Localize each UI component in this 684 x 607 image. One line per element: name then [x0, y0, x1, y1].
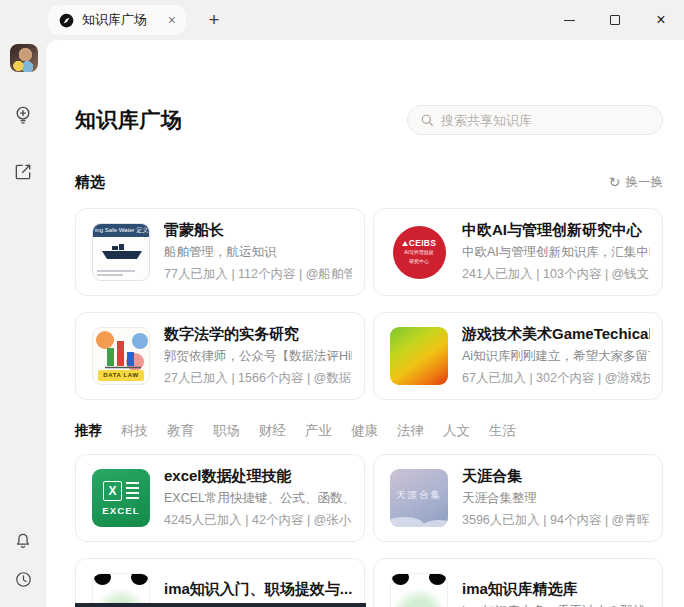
- close-button[interactable]: ×: [638, 0, 684, 40]
- refresh-button[interactable]: ↻ 换一换: [609, 174, 663, 191]
- compass-icon: [59, 13, 74, 28]
- titlebar: 知识库广场 × + ×: [0, 0, 684, 40]
- tab-knowledge-plaza[interactable]: 知识库广场 ×: [48, 5, 186, 35]
- tab-education[interactable]: 教育: [167, 422, 194, 440]
- kb-card-datalaw[interactable]: DATA LAW 数字法学的实务研究 郭贺依律师，公众号【数据法评Hik... …: [75, 312, 365, 400]
- avatar[interactable]: [10, 44, 38, 72]
- refresh-icon: ↻: [609, 175, 621, 189]
- kb-card-gametech[interactable]: 游戏技术美术GameTechical... Ai知识库刚刚建立，希望大家多留言.…: [373, 312, 663, 400]
- card-text: 数字法学的实务研究 郭贺依律师，公众号【数据法评Hik... 27人已加入 | …: [164, 325, 352, 387]
- tab-law[interactable]: 法律: [397, 422, 424, 440]
- panda-thumbnail: [92, 573, 150, 607]
- maximize-button[interactable]: [592, 0, 638, 40]
- compose-icon[interactable]: [12, 161, 34, 183]
- new-tab-button[interactable]: +: [203, 9, 225, 31]
- chart-splash-icon: [93, 329, 150, 373]
- featured-label: 精选: [75, 173, 105, 192]
- kb-card-ima-selection[interactable]: ima知识库精选库 ima知识库太多，看不过来？那就来"...: [373, 558, 663, 607]
- card-title: 数字法学的实务研究: [164, 325, 352, 344]
- kb-card-captain[interactable]: ing Safe Water 定义安 雷蒙船长 船舶管理，航运知识 77人已加入…: [75, 208, 365, 296]
- kb-card-ceibs[interactable]: CEIBS AI与管理创新 研究中心 中欧AI与管理创新研究中心 中欧AI与管理…: [373, 208, 663, 296]
- maximize-icon: [610, 15, 620, 25]
- ceibs-logo: CEIBS AI与管理创新 研究中心: [393, 226, 446, 279]
- card-meta: 4245人已加入 | 42个内容 | @张小勇: [164, 512, 352, 529]
- tab-recommended[interactable]: 推荐: [75, 422, 102, 440]
- refresh-label: 换一换: [626, 174, 664, 191]
- search-input[interactable]: [441, 113, 652, 128]
- ceibs-subline: AI与管理创新: [404, 249, 433, 256]
- card-text: ima知识库精选库 ima知识库太多，看不过来？那就来"...: [462, 580, 650, 607]
- page-header: 知识库广场: [75, 104, 663, 136]
- tab-close-icon[interactable]: ×: [168, 13, 176, 27]
- panda-ear: [131, 573, 148, 585]
- excel-x-logo: X: [103, 481, 121, 501]
- tab-label: 知识库广场: [82, 11, 160, 29]
- bell-icon[interactable]: [12, 529, 34, 551]
- kb-card-ima-intro[interactable]: ima知识入门、职场提效与... ima初学者入门与进阶知识分享及场...: [75, 558, 365, 607]
- card-description: Ai知识库刚刚建立，希望大家多留言...: [462, 348, 650, 365]
- tab-health[interactable]: 健康: [351, 422, 378, 440]
- card-text: 中欧AI与管理创新研究中心 中欧AI与管理创新知识库，汇集中欧... 241人已…: [462, 221, 650, 283]
- category-tabs: 推荐 科技 教育 职场 财经 产业 健康 法律 人文 生活: [75, 422, 663, 440]
- card-meta: 77人已加入 | 112个内容 | @船舶管...: [164, 266, 352, 283]
- panda-ear: [94, 573, 111, 585]
- page-title: 知识库广场: [75, 106, 183, 134]
- search-box[interactable]: [407, 105, 663, 135]
- tab-humanities[interactable]: 人文: [443, 422, 470, 440]
- ship-line-decor: [97, 274, 123, 276]
- excel-label: EXCEL: [102, 505, 140, 516]
- card-description: ima知识库太多，看不过来？那就来"...: [462, 603, 650, 607]
- datalaw-thumbnail: DATA LAW: [92, 327, 150, 385]
- card-title: 天涯合集: [462, 467, 650, 486]
- spreadsheet-grid-icon: [126, 482, 139, 499]
- card-title: excel数据处理技能: [164, 467, 352, 486]
- ceibs-name: CEIBS: [409, 238, 436, 248]
- history-clock-icon[interactable]: [12, 568, 34, 590]
- window-controls: ×: [546, 0, 684, 40]
- search-icon: [420, 113, 434, 127]
- minimize-icon: [564, 20, 575, 21]
- minimize-button[interactable]: [546, 0, 592, 40]
- sidebar: [0, 40, 46, 607]
- card-description: 天涯合集整理: [462, 490, 650, 507]
- tab-finance[interactable]: 财经: [259, 422, 286, 440]
- tab-tech[interactable]: 科技: [121, 422, 148, 440]
- tianya-disc-decor: [422, 520, 448, 527]
- close-icon: ×: [656, 12, 665, 28]
- card-meta: 241人已加入 | 103个内容 | @钱文...: [462, 266, 650, 283]
- panda-thumbnail: [390, 573, 448, 607]
- kb-card-tianya[interactable]: 天涯合集 天涯合集 天涯合集整理 3596人已加入 | 94个内容 | @青晖.…: [373, 454, 663, 542]
- card-meta: 27人已加入 | 1566个内容 | @数据...: [164, 370, 352, 387]
- tab-industry[interactable]: 产业: [305, 422, 332, 440]
- tab-life[interactable]: 生活: [489, 422, 516, 440]
- card-title: ima知识库精选库: [462, 580, 650, 599]
- card-text: 游戏技术美术GameTechical... Ai知识库刚刚建立，希望大家多留言.…: [462, 325, 650, 387]
- featured-section-head: 精选 ↻ 换一换: [75, 172, 663, 192]
- ceibs-subline: 研究中心: [409, 258, 429, 265]
- tianya-disc-decor: [390, 517, 424, 527]
- tab-workplace[interactable]: 职场: [213, 422, 240, 440]
- card-description: 船舶管理，航运知识: [164, 244, 352, 261]
- recommended-card-grid: X EXCEL excel数据处理技能 EXCEL常用快捷键、公式、函数、数..…: [75, 454, 663, 607]
- kb-card-excel[interactable]: X EXCEL excel数据处理技能 EXCEL常用快捷键、公式、函数、数..…: [75, 454, 365, 542]
- card-meta: 67人已加入 | 302个内容 | @游戏技...: [462, 370, 650, 387]
- panda-ear: [392, 573, 409, 585]
- ceibs-thumbnail: CEIBS AI与管理创新 研究中心: [390, 223, 448, 281]
- card-title: 雷蒙船长: [164, 221, 352, 240]
- card-title: ima知识入门、职场提效与...: [164, 580, 352, 599]
- card-text: 天涯合集 天涯合集整理 3596人已加入 | 94个内容 | @青晖...: [462, 467, 650, 529]
- ceibs-mark-icon: [402, 241, 408, 246]
- ship-thumbnail: ing Safe Water 定义安: [92, 223, 150, 281]
- card-title: 游戏技术美术GameTechical...: [462, 325, 650, 344]
- tianya-thumbnail: 天涯合集: [390, 469, 448, 527]
- lightbulb-plus-icon[interactable]: [12, 104, 34, 126]
- card-title: 中欧AI与管理创新研究中心: [462, 221, 650, 240]
- excel-thumbnail: X EXCEL: [92, 469, 150, 527]
- card-meta: 3596人已加入 | 94个内容 | @青晖...: [462, 512, 650, 529]
- card-description: 郭贺依律师，公众号【数据法评Hik...: [164, 348, 352, 365]
- card-description: EXCEL常用快捷键、公式、函数、数...: [164, 490, 352, 507]
- featured-card-grid: ing Safe Water 定义安 雷蒙船长 船舶管理，航运知识 77人已加入…: [75, 208, 663, 400]
- tianya-text: 天涯合集: [390, 489, 448, 502]
- datalaw-banner: DATA LAW: [98, 370, 144, 381]
- panda-ear: [429, 573, 446, 585]
